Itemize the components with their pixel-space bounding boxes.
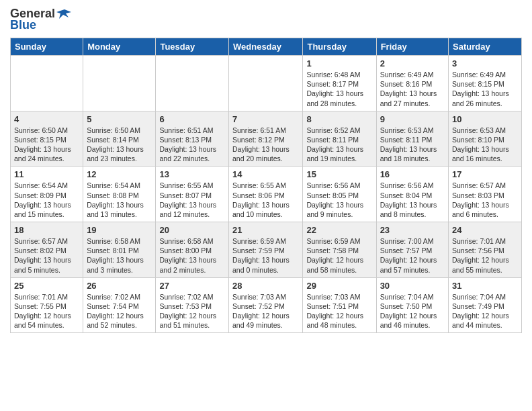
calendar-cell: 10Sunrise: 6:53 AM Sunset: 8:10 PM Dayli… bbox=[449, 111, 522, 167]
logo: General Blue bbox=[10, 7, 71, 32]
cell-day-number: 25 bbox=[14, 281, 79, 291]
cell-info-text: Sunrise: 6:56 AM Sunset: 8:04 PM Dayligh… bbox=[380, 181, 445, 219]
cell-info-text: Sunrise: 6:53 AM Sunset: 8:11 PM Dayligh… bbox=[380, 126, 445, 164]
column-header-sunday: Sunday bbox=[11, 38, 83, 56]
cell-info-text: Sunrise: 6:50 AM Sunset: 8:14 PM Dayligh… bbox=[87, 126, 152, 164]
calendar-cell: 29Sunrise: 7:03 AM Sunset: 7:51 PM Dayli… bbox=[303, 277, 376, 333]
calendar-cell bbox=[11, 56, 83, 111]
calendar-cell: 21Sunrise: 6:59 AM Sunset: 7:59 PM Dayli… bbox=[229, 222, 303, 278]
cell-info-text: Sunrise: 7:02 AM Sunset: 7:54 PM Dayligh… bbox=[87, 292, 152, 330]
cell-info-text: Sunrise: 6:56 AM Sunset: 8:05 PM Dayligh… bbox=[306, 181, 372, 219]
cell-info-text: Sunrise: 6:48 AM Sunset: 8:17 PM Dayligh… bbox=[306, 70, 372, 108]
cell-day-number: 13 bbox=[159, 169, 225, 179]
cell-day-number: 15 bbox=[306, 169, 372, 179]
cell-info-text: Sunrise: 6:57 AM Sunset: 8:02 PM Dayligh… bbox=[14, 236, 79, 275]
cell-day-number: 4 bbox=[14, 114, 79, 124]
cell-day-number: 9 bbox=[380, 114, 445, 124]
calendar-cell: 11Sunrise: 6:54 AM Sunset: 8:09 PM Dayli… bbox=[11, 167, 83, 222]
calendar-cell: 2Sunrise: 6:49 AM Sunset: 8:16 PM Daylig… bbox=[376, 56, 448, 111]
cell-day-number: 28 bbox=[232, 281, 299, 291]
calendar-cell: 7Sunrise: 6:51 AM Sunset: 8:12 PM Daylig… bbox=[229, 111, 303, 167]
logo-blue-text: Blue bbox=[10, 18, 36, 32]
calendar-cell: 20Sunrise: 6:58 AM Sunset: 8:00 PM Dayli… bbox=[156, 222, 229, 278]
cell-day-number: 17 bbox=[452, 169, 518, 179]
cell-info-text: Sunrise: 7:02 AM Sunset: 7:53 PM Dayligh… bbox=[159, 292, 225, 330]
calendar-cell: 13Sunrise: 6:55 AM Sunset: 8:07 PM Dayli… bbox=[156, 167, 229, 222]
cell-info-text: Sunrise: 6:54 AM Sunset: 8:09 PM Dayligh… bbox=[14, 181, 79, 219]
cell-day-number: 27 bbox=[159, 281, 225, 291]
calendar-week-4: 18Sunrise: 6:57 AM Sunset: 8:02 PM Dayli… bbox=[11, 222, 522, 278]
calendar-cell: 22Sunrise: 6:59 AM Sunset: 7:58 PM Dayli… bbox=[303, 222, 376, 278]
calendar-cell: 18Sunrise: 6:57 AM Sunset: 8:02 PM Dayli… bbox=[11, 222, 83, 278]
calendar-week-5: 25Sunrise: 7:01 AM Sunset: 7:55 PM Dayli… bbox=[11, 277, 522, 333]
cell-day-number: 26 bbox=[87, 281, 152, 291]
cell-day-number: 6 bbox=[159, 114, 225, 124]
cell-day-number: 19 bbox=[87, 225, 152, 235]
cell-info-text: Sunrise: 7:00 AM Sunset: 7:57 PM Dayligh… bbox=[380, 236, 445, 275]
cell-info-text: Sunrise: 7:04 AM Sunset: 7:50 PM Dayligh… bbox=[380, 292, 445, 330]
cell-info-text: Sunrise: 6:54 AM Sunset: 8:08 PM Dayligh… bbox=[87, 181, 152, 219]
column-header-tuesday: Tuesday bbox=[156, 38, 229, 56]
cell-day-number: 8 bbox=[306, 114, 372, 124]
cell-info-text: Sunrise: 7:04 AM Sunset: 7:49 PM Dayligh… bbox=[452, 292, 518, 330]
cell-info-text: Sunrise: 7:01 AM Sunset: 7:56 PM Dayligh… bbox=[452, 236, 518, 275]
column-header-saturday: Saturday bbox=[449, 38, 522, 56]
column-header-friday: Friday bbox=[376, 38, 448, 56]
calendar-cell: 12Sunrise: 6:54 AM Sunset: 8:08 PM Dayli… bbox=[83, 167, 156, 222]
cell-day-number: 12 bbox=[87, 169, 152, 179]
column-header-monday: Monday bbox=[83, 38, 156, 56]
svg-marker-0 bbox=[56, 9, 71, 19]
cell-info-text: Sunrise: 6:51 AM Sunset: 8:12 PM Dayligh… bbox=[232, 126, 299, 164]
calendar-cell: 15Sunrise: 6:56 AM Sunset: 8:05 PM Dayli… bbox=[303, 167, 376, 222]
calendar-cell: 1Sunrise: 6:48 AM Sunset: 8:17 PM Daylig… bbox=[303, 56, 376, 111]
calendar-cell: 17Sunrise: 6:57 AM Sunset: 8:03 PM Dayli… bbox=[449, 167, 522, 222]
cell-info-text: Sunrise: 6:51 AM Sunset: 8:13 PM Dayligh… bbox=[159, 126, 225, 164]
calendar-week-1: 1Sunrise: 6:48 AM Sunset: 8:17 PM Daylig… bbox=[11, 56, 522, 111]
calendar-cell: 16Sunrise: 6:56 AM Sunset: 8:04 PM Dayli… bbox=[376, 167, 448, 222]
cell-info-text: Sunrise: 6:57 AM Sunset: 8:03 PM Dayligh… bbox=[452, 181, 518, 219]
cell-info-text: Sunrise: 6:58 AM Sunset: 8:00 PM Dayligh… bbox=[159, 236, 225, 275]
cell-info-text: Sunrise: 6:55 AM Sunset: 8:06 PM Dayligh… bbox=[232, 181, 299, 219]
cell-info-text: Sunrise: 6:55 AM Sunset: 8:07 PM Dayligh… bbox=[159, 181, 225, 219]
cell-day-number: 5 bbox=[87, 114, 152, 124]
cell-day-number: 31 bbox=[452, 281, 518, 291]
cell-info-text: Sunrise: 6:50 AM Sunset: 8:15 PM Dayligh… bbox=[14, 126, 79, 164]
cell-day-number: 21 bbox=[232, 225, 299, 235]
cell-info-text: Sunrise: 6:52 AM Sunset: 8:11 PM Dayligh… bbox=[306, 126, 372, 164]
cell-day-number: 16 bbox=[380, 169, 445, 179]
calendar-cell: 4Sunrise: 6:50 AM Sunset: 8:15 PM Daylig… bbox=[11, 111, 83, 167]
calendar-header: SundayMondayTuesdayWednesdayThursdayFrid… bbox=[11, 38, 522, 56]
calendar-cell: 23Sunrise: 7:00 AM Sunset: 7:57 PM Dayli… bbox=[376, 222, 448, 278]
cell-info-text: Sunrise: 7:03 AM Sunset: 7:51 PM Dayligh… bbox=[306, 292, 372, 330]
column-header-wednesday: Wednesday bbox=[229, 38, 303, 56]
cell-day-number: 18 bbox=[14, 225, 79, 235]
calendar-cell bbox=[156, 56, 229, 111]
calendar-cell bbox=[83, 56, 156, 111]
calendar-table: SundayMondayTuesdayWednesdayThursdayFrid… bbox=[10, 38, 522, 333]
calendar-cell: 9Sunrise: 6:53 AM Sunset: 8:11 PM Daylig… bbox=[376, 111, 448, 167]
calendar-cell: 24Sunrise: 7:01 AM Sunset: 7:56 PM Dayli… bbox=[449, 222, 522, 278]
calendar-cell: 8Sunrise: 6:52 AM Sunset: 8:11 PM Daylig… bbox=[303, 111, 376, 167]
calendar-cell: 19Sunrise: 6:58 AM Sunset: 8:01 PM Dayli… bbox=[83, 222, 156, 278]
calendar-week-3: 11Sunrise: 6:54 AM Sunset: 8:09 PM Dayli… bbox=[11, 167, 522, 222]
calendar-cell: 5Sunrise: 6:50 AM Sunset: 8:14 PM Daylig… bbox=[83, 111, 156, 167]
column-header-thursday: Thursday bbox=[303, 38, 376, 56]
calendar-cell bbox=[229, 56, 303, 111]
cell-info-text: Sunrise: 7:01 AM Sunset: 7:55 PM Dayligh… bbox=[14, 292, 79, 330]
calendar-cell: 30Sunrise: 7:04 AM Sunset: 7:50 PM Dayli… bbox=[376, 277, 448, 333]
cell-info-text: Sunrise: 6:59 AM Sunset: 7:59 PM Dayligh… bbox=[232, 236, 299, 275]
calendar-cell: 6Sunrise: 6:51 AM Sunset: 8:13 PM Daylig… bbox=[156, 111, 229, 167]
calendar-cell: 25Sunrise: 7:01 AM Sunset: 7:55 PM Dayli… bbox=[11, 277, 83, 333]
cell-info-text: Sunrise: 7:03 AM Sunset: 7:52 PM Dayligh… bbox=[232, 292, 299, 330]
cell-day-number: 30 bbox=[380, 281, 445, 291]
calendar-week-2: 4Sunrise: 6:50 AM Sunset: 8:15 PM Daylig… bbox=[11, 111, 522, 167]
calendar-cell: 27Sunrise: 7:02 AM Sunset: 7:53 PM Dayli… bbox=[156, 277, 229, 333]
calendar-cell: 31Sunrise: 7:04 AM Sunset: 7:49 PM Dayli… bbox=[449, 277, 522, 333]
logo-bird-icon bbox=[56, 8, 71, 20]
cell-day-number: 29 bbox=[306, 281, 372, 291]
calendar-cell: 28Sunrise: 7:03 AM Sunset: 7:52 PM Dayli… bbox=[229, 277, 303, 333]
cell-day-number: 11 bbox=[14, 169, 79, 179]
cell-info-text: Sunrise: 6:49 AM Sunset: 8:15 PM Dayligh… bbox=[452, 70, 518, 108]
cell-day-number: 2 bbox=[380, 58, 445, 68]
cell-day-number: 7 bbox=[232, 114, 299, 124]
